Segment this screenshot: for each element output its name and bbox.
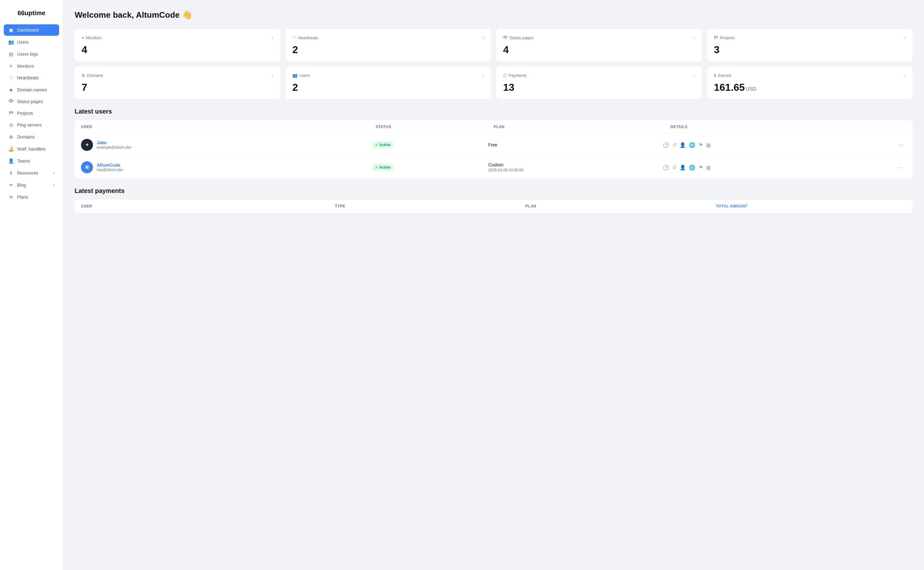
- altumcode-users-icon[interactable]: 👤: [679, 164, 686, 170]
- dashboard-icon: ▣: [8, 27, 14, 33]
- stat-card-earned[interactable]: $ Earned › 161.65USD: [707, 66, 913, 99]
- users-table-header: User Status Plan Details: [75, 120, 913, 134]
- sidebar-item-notif-handlers-label: Notif. handlers: [17, 146, 46, 152]
- payments-col-type-header: Type: [335, 204, 525, 208]
- teams-icon: 👤: [8, 158, 14, 164]
- sidebar-item-ping-servers-label: Ping servers: [17, 123, 42, 127]
- stat-card-heartbeats-value: 2: [292, 44, 485, 56]
- col-details-header: Details: [670, 125, 906, 129]
- stat-card-monitors-value: 4: [82, 44, 274, 56]
- sidebar-item-teams[interactable]: 👤 Teams: [4, 155, 59, 167]
- domains-icon: ⊕: [8, 134, 14, 140]
- stat-card-domains[interactable]: ⊕ Domains › 7: [75, 66, 280, 99]
- jake-globe-icon[interactable]: 🌐: [689, 142, 695, 148]
- stat-card-payments-value: 13: [503, 81, 695, 93]
- sidebar-item-plans[interactable]: ≋ Plans: [4, 192, 59, 203]
- jake-history-icon[interactable]: ↺: [672, 142, 676, 148]
- sidebar-item-monitors-label: Monitors: [17, 64, 34, 69]
- sidebar-item-blog[interactable]: ✏ Blog ▾: [4, 179, 59, 191]
- stat-card-users[interactable]: 👥 Users › 2: [286, 66, 491, 99]
- page-title: Welcome back, AltumCode 👋: [75, 10, 913, 20]
- sidebar-item-notif-handlers[interactable]: 🔔 Notif. handlers: [4, 143, 59, 155]
- stats-row-2: ⊕ Domains › 7 👥 Users › 2 ⬡ Payment: [75, 66, 913, 99]
- jake-users-icon[interactable]: 👤: [679, 142, 686, 148]
- altumcode-grid-icon[interactable]: ▦: [706, 164, 711, 170]
- latest-users-table: User Status Plan Details ✦ Jake example@…: [75, 120, 913, 178]
- stat-card-payments[interactable]: ⬡ Payments › 13: [496, 66, 702, 99]
- sidebar-item-resources-label: Resources: [17, 170, 38, 176]
- sidebar-item-users-logs[interactable]: ▤ Users logs: [4, 48, 59, 60]
- sidebar-item-dashboard[interactable]: ▣ Dashboard: [4, 25, 59, 36]
- jake-name[interactable]: Jake: [97, 140, 132, 145]
- earned-arrow-icon: ›: [904, 73, 906, 78]
- jake-status-badge: Active: [372, 141, 394, 149]
- stat-card-monitors-header: ≡ Monitors ›: [82, 35, 274, 40]
- altumcode-clock-icon[interactable]: 🕐: [663, 164, 669, 170]
- stat-card-status-pages-label: Status pages: [503, 35, 534, 40]
- altumcode-status-cell: Active: [372, 164, 488, 171]
- altumcode-plan: Custom: [488, 162, 663, 167]
- jake-details-cell: 🕐 ↺ 👤 🌐 ⚑ ▦: [663, 142, 895, 148]
- jake-grid-icon[interactable]: ▦: [706, 142, 711, 148]
- svg-point-1: [505, 38, 506, 38]
- jake-info: Jake example@altum.dev: [97, 140, 132, 150]
- stat-card-heartbeats[interactable]: ♡ Heartbeats › 2: [286, 29, 491, 61]
- blog-chevron-icon: ▾: [53, 184, 55, 187]
- stat-card-users-label: 👥 Users: [292, 73, 310, 78]
- sidebar-item-ping-servers[interactable]: ◎ Ping servers: [4, 119, 59, 131]
- sidebar: 66uptime ▣ Dashboard 👥 Users ▤ Users log…: [0, 0, 63, 570]
- sidebar-item-teams-label: Teams: [17, 158, 30, 164]
- status-pages-icon: [8, 99, 14, 104]
- sidebar-item-heartbeats-label: Heartbeats: [17, 75, 38, 80]
- status-pages-arrow-icon: ›: [693, 35, 695, 40]
- sidebar-item-domain-names-label: Domain names: [17, 87, 47, 92]
- sidebar-item-domains[interactable]: ⊕ Domains: [4, 131, 59, 142]
- main-content: Welcome back, AltumCode 👋 ≡ Monitors › 4…: [63, 0, 924, 570]
- sidebar-item-status-pages[interactable]: Status pages: [4, 96, 59, 107]
- projects-arrow-icon: ›: [904, 35, 906, 40]
- stat-card-projects[interactable]: ⛿ Projects › 3: [707, 29, 913, 61]
- altumcode-history-icon[interactable]: ↺: [672, 164, 676, 170]
- altumcode-status-badge: Active: [372, 164, 394, 171]
- resources-chevron-icon: ▾: [53, 172, 55, 175]
- altumcode-name[interactable]: AltumCode: [97, 162, 123, 168]
- sidebar-item-domains-label: Domains: [17, 135, 34, 139]
- altumcode-globe-icon[interactable]: 🌐: [689, 164, 695, 170]
- svg-point-0: [11, 102, 11, 103]
- sidebar-item-monitors[interactable]: ≡ Monitors: [4, 60, 59, 72]
- avatar-altumcode: ❋: [81, 161, 93, 173]
- stat-card-monitors[interactable]: ≡ Monitors › 4: [75, 29, 280, 61]
- stat-card-earned-value: 161.65USD: [714, 81, 906, 93]
- col-user-header: User: [81, 125, 376, 129]
- stat-card-users-value: 2: [292, 81, 485, 93]
- stat-card-payments-header: ⬡ Payments ›: [503, 73, 695, 78]
- plans-icon: ≋: [8, 194, 14, 200]
- domains-stat-icon: ⊕: [82, 73, 85, 78]
- altumcode-more-button[interactable]: ⋯: [895, 162, 906, 172]
- heartbeats-arrow-icon: ›: [483, 35, 484, 40]
- stat-card-earned-label: $ Earned: [714, 73, 731, 78]
- altumcode-flag-icon[interactable]: ⚑: [699, 164, 703, 170]
- sidebar-item-heartbeats[interactable]: ♡ Heartbeats: [4, 72, 59, 84]
- latest-payments-table: User Type Plan Total Amount: [75, 199, 913, 213]
- altumcode-details-cell: 🕐 ↺ 👤 🌐 ⚑ ▦: [663, 164, 895, 170]
- stat-card-heartbeats-header: ♡ Heartbeats ›: [292, 35, 485, 40]
- payments-table-header: User Type Plan Total Amount: [75, 199, 913, 213]
- sidebar-item-projects[interactable]: ⛿ Projects: [4, 107, 59, 119]
- sidebar-item-status-pages-label: Status pages: [17, 99, 43, 104]
- payments-col-total-header: Total Amount: [716, 204, 906, 208]
- sidebar-item-domain-names[interactable]: ◈ Domain names: [4, 84, 59, 95]
- sidebar-item-resources[interactable]: ℹ Resources ▾: [4, 167, 59, 179]
- altumcode-email: hey@altum.dev: [97, 168, 123, 172]
- avatar-altumcode-icon: ❋: [85, 164, 89, 171]
- altumcode-info: AltumCode hey@altum.dev: [97, 162, 123, 172]
- stat-card-status-pages[interactable]: Status pages › 4: [496, 29, 702, 61]
- stat-card-projects-value: 3: [714, 44, 906, 56]
- jake-more-button[interactable]: ⋯: [895, 140, 906, 150]
- altumcode-plan-date: 2025-03-09 02:00:00: [488, 168, 663, 172]
- stat-card-monitors-label: ≡ Monitors: [82, 35, 101, 40]
- resources-icon: ℹ: [8, 170, 14, 176]
- jake-clock-icon[interactable]: 🕐: [663, 142, 669, 148]
- sidebar-item-users[interactable]: 👥 Users: [4, 36, 59, 48]
- jake-flag-icon[interactable]: ⚑: [699, 142, 703, 148]
